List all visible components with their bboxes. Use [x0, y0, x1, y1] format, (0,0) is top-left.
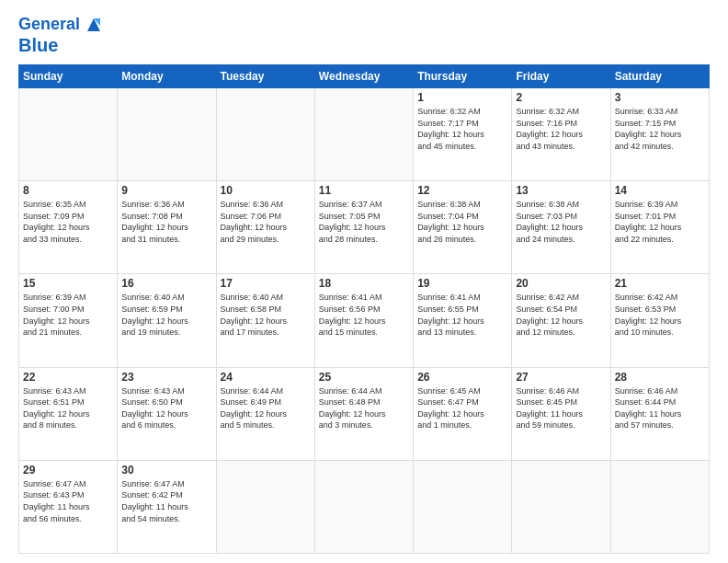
cell-sunrise: Sunrise: 6:42 AM — [516, 293, 579, 302]
cell-daylight: Daylight: 12 hoursand 43 minutes. — [516, 130, 583, 151]
weekday-header-monday: Monday — [118, 65, 216, 88]
calendar-cell: 19 Sunrise: 6:41 AM Sunset: 6:55 PM Dayl… — [414, 274, 512, 367]
cell-sunset: Sunset: 7:04 PM — [417, 212, 479, 221]
calendar-cell: 2 Sunrise: 6:32 AM Sunset: 7:16 PM Dayli… — [512, 88, 610, 181]
cell-sunset: Sunset: 6:49 PM — [221, 397, 282, 407]
cell-daylight: Daylight: 12 hoursand 33 minutes. — [23, 223, 90, 244]
day-number: 30 — [121, 464, 211, 477]
cell-sunset: Sunset: 6:44 PM — [615, 397, 677, 407]
cell-sunrise: Sunrise: 6:44 AM — [221, 386, 284, 396]
day-number: 26 — [417, 371, 507, 384]
cell-sunset: Sunset: 7:01 PM — [615, 212, 677, 221]
weekday-header-thursday: Thursday — [414, 65, 512, 88]
cell-sunrise: Sunrise: 6:41 AM — [417, 293, 481, 302]
day-number: 1 — [417, 91, 507, 104]
calendar-cell: 23 Sunrise: 6:43 AM Sunset: 6:50 PM Dayl… — [118, 367, 216, 460]
cell-sunset: Sunset: 6:51 PM — [23, 397, 85, 407]
calendar-cell: 15 Sunrise: 6:39 AM Sunset: 7:00 PM Dayl… — [19, 274, 118, 367]
cell-sunrise: Sunrise: 6:46 AM — [615, 386, 678, 396]
calendar-cell — [216, 460, 314, 553]
cell-daylight: Daylight: 12 hoursand 6 minutes. — [121, 409, 188, 431]
calendar-cell: 10 Sunrise: 6:36 AM Sunset: 7:06 PM Dayl… — [216, 181, 314, 274]
cell-daylight: Daylight: 12 hoursand 26 minutes. — [417, 223, 484, 244]
calendar-cell — [610, 460, 709, 553]
cell-sunrise: Sunrise: 6:39 AM — [615, 200, 678, 209]
calendar-cell: 11 Sunrise: 6:37 AM Sunset: 7:05 PM Dayl… — [314, 181, 413, 274]
calendar-cell: 18 Sunrise: 6:41 AM Sunset: 6:56 PM Dayl… — [314, 274, 413, 367]
cell-sunrise: Sunrise: 6:43 AM — [121, 386, 185, 396]
cell-sunset: Sunset: 7:00 PM — [23, 304, 85, 314]
cell-sunset: Sunset: 6:48 PM — [319, 397, 381, 407]
cell-sunrise: Sunrise: 6:33 AM — [615, 107, 678, 116]
calendar-cell — [414, 460, 512, 553]
cell-sunset: Sunset: 6:43 PM — [23, 490, 85, 500]
day-number: 12 — [417, 184, 507, 197]
day-number: 2 — [516, 91, 606, 104]
weekday-header-wednesday: Wednesday — [314, 65, 413, 88]
cell-sunrise: Sunrise: 6:37 AM — [319, 200, 382, 209]
cell-daylight: Daylight: 12 hoursand 21 minutes. — [23, 316, 90, 338]
cell-daylight: Daylight: 12 hoursand 15 minutes. — [319, 316, 386, 338]
cell-sunrise: Sunrise: 6:36 AM — [221, 200, 284, 209]
cell-sunrise: Sunrise: 6:46 AM — [516, 386, 579, 396]
cell-sunset: Sunset: 7:05 PM — [319, 212, 381, 221]
day-number: 10 — [221, 184, 311, 197]
cell-sunrise: Sunrise: 6:36 AM — [121, 200, 185, 209]
calendar-cell: 16 Sunrise: 6:40 AM Sunset: 6:59 PM Dayl… — [118, 274, 216, 367]
cell-sunset: Sunset: 7:06 PM — [221, 212, 282, 221]
calendar-cell — [19, 88, 118, 181]
cell-sunset: Sunset: 6:50 PM — [121, 397, 183, 407]
weekday-header-sunday: Sunday — [19, 65, 118, 88]
cell-sunrise: Sunrise: 6:40 AM — [121, 293, 185, 302]
logo-text: General — [18, 16, 80, 34]
day-number: 3 — [615, 91, 705, 104]
day-number: 21 — [615, 277, 705, 290]
calendar-cell — [314, 88, 413, 181]
cell-daylight: Daylight: 12 hoursand 28 minutes. — [319, 223, 386, 244]
day-number: 19 — [417, 277, 507, 290]
cell-sunrise: Sunrise: 6:38 AM — [516, 200, 579, 209]
cell-daylight: Daylight: 12 hoursand 12 minutes. — [516, 316, 583, 338]
cell-sunrise: Sunrise: 6:43 AM — [23, 386, 86, 396]
cell-daylight: Daylight: 12 hoursand 5 minutes. — [221, 409, 288, 431]
cell-daylight: Daylight: 12 hoursand 3 minutes. — [319, 409, 386, 431]
cell-daylight: Daylight: 12 hoursand 42 minutes. — [615, 130, 682, 151]
cell-daylight: Daylight: 11 hoursand 59 minutes. — [516, 409, 583, 431]
cell-sunrise: Sunrise: 6:32 AM — [417, 107, 481, 116]
cell-sunset: Sunset: 7:17 PM — [417, 119, 479, 128]
day-number: 11 — [319, 184, 409, 197]
calendar-cell — [314, 460, 413, 553]
cell-sunrise: Sunrise: 6:39 AM — [23, 293, 86, 302]
calendar-cell: 14 Sunrise: 6:39 AM Sunset: 7:01 PM Dayl… — [610, 181, 709, 274]
calendar-cell: 26 Sunrise: 6:45 AM Sunset: 6:47 PM Dayl… — [414, 367, 512, 460]
cell-daylight: Daylight: 12 hoursand 29 minutes. — [221, 223, 288, 244]
cell-sunrise: Sunrise: 6:41 AM — [319, 293, 382, 302]
cell-sunset: Sunset: 6:59 PM — [121, 304, 183, 314]
cell-sunset: Sunset: 6:45 PM — [516, 397, 577, 407]
cell-daylight: Daylight: 12 hoursand 10 minutes. — [615, 316, 682, 338]
day-number: 14 — [615, 184, 705, 197]
day-number: 17 — [221, 277, 311, 290]
calendar-cell: 12 Sunrise: 6:38 AM Sunset: 7:04 PM Dayl… — [414, 181, 512, 274]
calendar-cell: 21 Sunrise: 6:42 AM Sunset: 6:53 PM Dayl… — [610, 274, 709, 367]
day-number: 13 — [516, 184, 606, 197]
cell-daylight: Daylight: 11 hoursand 56 minutes. — [23, 502, 90, 523]
cell-sunrise: Sunrise: 6:42 AM — [615, 293, 678, 302]
day-number: 8 — [23, 184, 113, 197]
calendar-cell — [216, 88, 314, 181]
weekday-header-friday: Friday — [512, 65, 610, 88]
logo-blue-text: Blue — [18, 35, 104, 55]
cell-sunset: Sunset: 6:47 PM — [417, 397, 479, 407]
calendar-cell: 24 Sunrise: 6:44 AM Sunset: 6:49 PM Dayl… — [216, 367, 314, 460]
day-number: 9 — [121, 184, 211, 197]
cell-daylight: Daylight: 12 hoursand 22 minutes. — [615, 223, 682, 244]
calendar-cell: 20 Sunrise: 6:42 AM Sunset: 6:54 PM Dayl… — [512, 274, 610, 367]
calendar-cell: 1 Sunrise: 6:32 AM Sunset: 7:17 PM Dayli… — [414, 88, 512, 181]
day-number: 28 — [615, 371, 705, 384]
cell-sunrise: Sunrise: 6:32 AM — [516, 107, 579, 116]
calendar-cell: 8 Sunrise: 6:35 AM Sunset: 7:09 PM Dayli… — [19, 181, 118, 274]
cell-daylight: Daylight: 12 hoursand 13 minutes. — [417, 316, 484, 338]
calendar-cell: 28 Sunrise: 6:46 AM Sunset: 6:44 PM Dayl… — [610, 367, 709, 460]
cell-daylight: Daylight: 12 hoursand 24 minutes. — [516, 223, 583, 244]
cell-sunrise: Sunrise: 6:40 AM — [221, 293, 284, 302]
